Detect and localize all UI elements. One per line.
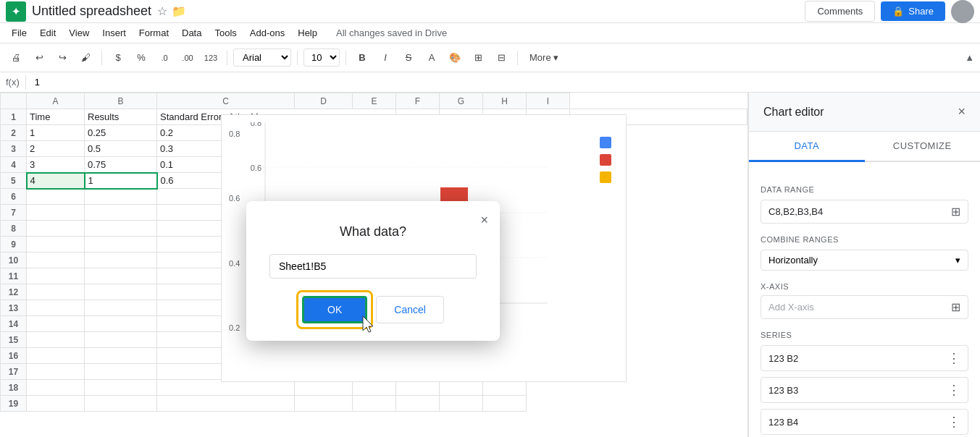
dialog-overlay: × What data? Sheet1!B5 OK Cancel [0, 93, 747, 437]
tab-customize[interactable]: CUSTOMIZE [865, 132, 981, 161]
redo-icon[interactable]: ↪ [52, 48, 72, 68]
chevron-down-icon: ▾ [553, 52, 558, 63]
series-row-b2: 123 B2 ⋮ [761, 345, 968, 371]
fx-label: f(x) [6, 77, 20, 88]
main-area: A B C D E F G H I 1TimeResultsStandard E… [0, 93, 980, 437]
series-section: SERIES 123 B2 ⋮ 123 B3 ⋮ 123 B4 ⋮ Add Se… [761, 331, 968, 437]
decimal-increase-button[interactable]: .00 [177, 48, 198, 68]
series-b2-text: 123 B2 [768, 353, 798, 364]
folder-icon[interactable]: 📁 [172, 4, 186, 18]
data-range-value: C8,B2,B3,B4 [768, 206, 951, 217]
formula-bar: f(x) 1 [0, 72, 980, 93]
avatar[interactable] [951, 0, 974, 23]
text-color-button[interactable]: A [422, 48, 442, 68]
combine-ranges-value: Horizontally [768, 255, 818, 266]
toolbar-separator-1 [101, 51, 102, 65]
data-range-grid-icon[interactable]: ⊞ [951, 205, 960, 218]
combine-ranges-dropdown[interactable]: Horizontally ▾ [761, 250, 968, 271]
x-axis-section: X-AXIS Add X-axis ⊞ [761, 282, 968, 319]
toolbar: 🖨 ↩ ↪ 🖌 $ % .0 .00 123 Arial 10 B I S A … [0, 43, 980, 72]
panel-tabs: DATA CUSTOMIZE [749, 132, 980, 162]
series-row-b3: 123 B3 ⋮ [761, 377, 968, 403]
series-b4-menu-icon[interactable]: ⋮ [947, 414, 960, 430]
menu-addons[interactable]: Add-ons [244, 25, 290, 41]
dialog-title: What data? [269, 224, 477, 239]
chart-panel-close-button[interactable]: × [958, 104, 966, 119]
dialog-input[interactable]: Sheet1!B5 [269, 254, 477, 279]
menu-format[interactable]: Format [133, 25, 175, 41]
series-b4-text: 123 B4 [768, 417, 798, 428]
comments-button[interactable]: Comments [805, 1, 875, 22]
header-actions: Comments 🔒 Share [805, 0, 974, 23]
strikethrough-button[interactable]: S [398, 48, 419, 68]
fill-color-button[interactable]: 🎨 [445, 48, 465, 68]
panel-body: Data range C8,B2,B3,B4 ⊞ Combine ranges … [749, 162, 980, 437]
bold-button[interactable]: B [352, 48, 372, 68]
menu-edit[interactable]: Edit [34, 25, 62, 41]
print-icon[interactable]: 🖨 [6, 48, 26, 68]
data-range-label: Data range [761, 185, 968, 194]
font-size-selector[interactable]: 10 [303, 48, 340, 67]
undo-icon[interactable]: ↩ [29, 48, 49, 68]
chart-panel-header: Chart editor × [749, 93, 980, 132]
chart-panel: Chart editor × DATA CUSTOMIZE Data range… [748, 93, 980, 437]
lock-icon: 🔒 [892, 6, 904, 17]
chevron-down-icon: ▾ [955, 255, 960, 266]
menu-help[interactable]: Help [292, 25, 323, 41]
more-button[interactable]: More ▾ [524, 50, 564, 65]
toolbar-separator-3 [297, 51, 298, 65]
spreadsheet: A B C D E F G H I 1TimeResultsStandard E… [0, 93, 748, 437]
x-axis-grid-icon[interactable]: ⊞ [951, 300, 960, 314]
toolbar-separator-5 [517, 51, 518, 65]
x-axis-label: X-AXIS [761, 282, 968, 291]
spreadsheet-title[interactable]: Untitled spreadsheet [32, 4, 151, 19]
dialog-buttons: OK Cancel [269, 296, 477, 323]
title-icons: ☆ 📁 [157, 4, 186, 18]
menu-bar: File Edit View Insert Format Data Tools … [0, 23, 980, 43]
paint-format-icon[interactable]: 🖌 [75, 48, 96, 68]
chart-panel-title: Chart editor [763, 106, 824, 119]
toolbar-separator-2 [227, 51, 227, 65]
star-icon[interactable]: ☆ [157, 4, 167, 18]
menu-data[interactable]: Data [176, 25, 207, 41]
series-b3-text: 123 B3 [768, 385, 798, 396]
merge-button[interactable]: ⊟ [491, 48, 511, 68]
google-logo: ✦ [6, 1, 26, 22]
series-b2-menu-icon[interactable]: ⋮ [947, 350, 960, 366]
x-axis-placeholder: Add X-axis [768, 302, 945, 313]
menu-tools[interactable]: Tools [209, 25, 242, 41]
percent-button[interactable]: % [131, 48, 151, 68]
menu-file[interactable]: File [6, 25, 33, 41]
formula-separator [25, 75, 26, 90]
combine-ranges-label: Combine ranges [761, 235, 968, 244]
dialog-close-button[interactable]: × [480, 213, 488, 228]
share-button[interactable]: 🔒 Share [881, 1, 945, 21]
font-selector[interactable]: Arial [233, 48, 291, 67]
collapse-toolbar-icon[interactable]: ▲ [965, 52, 974, 63]
series-label: SERIES [761, 331, 968, 339]
cursor-icon [361, 315, 376, 334]
series-row-b4: 123 B4 ⋮ [761, 409, 968, 435]
italic-button[interactable]: I [375, 48, 395, 68]
svg-marker-9 [363, 316, 373, 332]
dialog-cancel-button[interactable]: Cancel [376, 296, 444, 323]
border-button[interactable]: ⊞ [468, 48, 488, 68]
decimal-decrease-button[interactable]: .0 [154, 48, 175, 68]
format-123-button[interactable]: 123 [201, 48, 221, 68]
menu-view[interactable]: View [63, 25, 95, 41]
series-b3-menu-icon[interactable]: ⋮ [947, 382, 960, 398]
toolbar-separator-4 [345, 51, 346, 65]
menu-insert[interactable]: Insert [96, 25, 132, 41]
what-data-dialog: × What data? Sheet1!B5 OK Cancel [246, 201, 500, 341]
currency-button[interactable]: $ [108, 48, 128, 68]
x-axis-input[interactable]: Add X-axis ⊞ [761, 295, 968, 319]
dialog-ok-button[interactable]: OK [302, 296, 367, 323]
formula-input[interactable]: 1 [32, 75, 974, 89]
save-status: All changes saved in Drive [336, 27, 447, 38]
data-range-field[interactable]: C8,B2,B3,B4 ⊞ [761, 200, 968, 224]
title-bar: ✦ Untitled spreadsheet ☆ 📁 Comments 🔒 Sh… [0, 0, 980, 23]
tab-data[interactable]: DATA [749, 132, 865, 162]
